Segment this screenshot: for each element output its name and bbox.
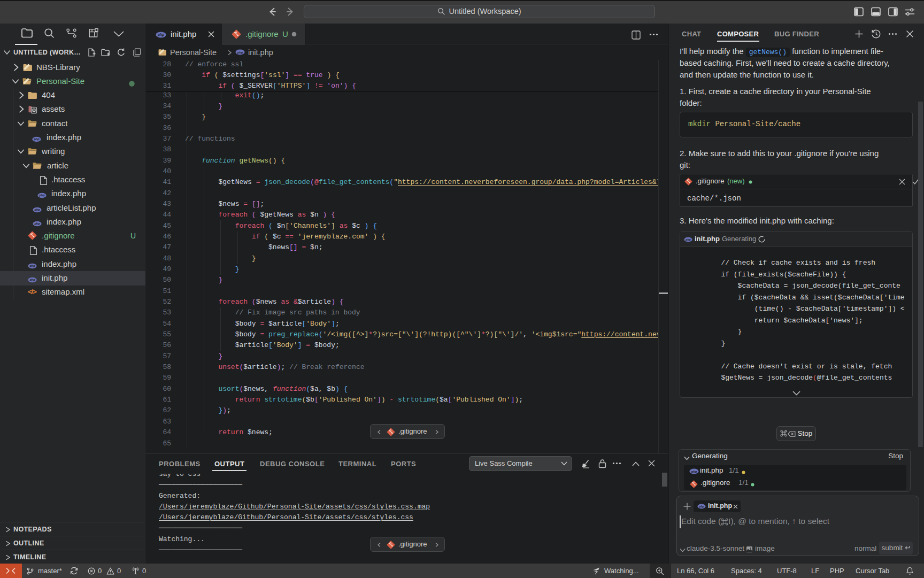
svg-text:php: php bbox=[34, 222, 40, 225]
svg-text:php: php bbox=[33, 137, 40, 141]
svg-text:php: php bbox=[698, 505, 704, 508]
svg-text:php: php bbox=[691, 470, 697, 473]
svg-text:php: php bbox=[29, 264, 35, 267]
svg-text:php: php bbox=[157, 33, 164, 37]
svg-text:php: php bbox=[38, 194, 45, 197]
svg-text:php: php bbox=[34, 208, 40, 211]
svg-text:php: php bbox=[685, 238, 691, 241]
svg-text:php: php bbox=[29, 278, 35, 281]
svg-text:php: php bbox=[237, 51, 243, 54]
